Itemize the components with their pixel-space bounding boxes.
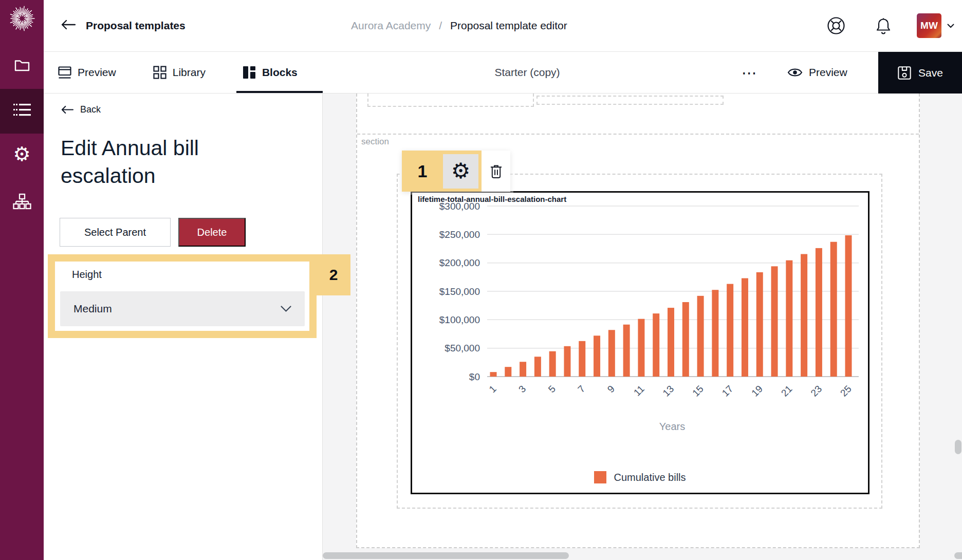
chart-bars (490, 235, 852, 377)
svg-text:$50,000: $50,000 (445, 343, 480, 353)
tab-label: Blocks (262, 66, 298, 79)
svg-text:23: 23 (808, 383, 824, 399)
svg-text:$200,000: $200,000 (439, 257, 480, 268)
tab-blocks[interactable]: Blocks (243, 66, 298, 79)
chevron-down-icon (281, 306, 291, 312)
preview-window-icon (58, 66, 71, 79)
save-floppy-icon (897, 66, 912, 80)
tab-library[interactable]: Library (153, 66, 206, 79)
callout-step-2-badge: 2 (317, 254, 350, 295)
list-blocks-icon (13, 103, 31, 119)
sitemap-icon (13, 194, 31, 212)
svg-text:15: 15 (690, 383, 706, 399)
block-delete-button[interactable] (482, 151, 510, 192)
chevron-down-icon (947, 24, 954, 28)
horizontal-scrollbar[interactable] (323, 552, 569, 559)
overflow-menu-button[interactable]: ⋯ (737, 52, 761, 93)
trash-icon (490, 164, 503, 179)
block-outline-top-left[interactable] (367, 94, 534, 107)
tab-preview[interactable]: Preview (58, 66, 116, 79)
svg-text:11: 11 (632, 383, 646, 398)
back-button[interactable] (61, 20, 76, 32)
breadcrumb-org: Aurora Academy (351, 20, 431, 32)
x-axis-title: Years (659, 421, 685, 432)
eye-icon (787, 67, 803, 78)
top-header: Proposal templates Aurora Academy / Prop… (44, 0, 962, 52)
delete-button[interactable]: Delete (178, 218, 246, 247)
height-select[interactable]: Medium (60, 291, 305, 326)
svg-text:25: 25 (838, 383, 854, 399)
preview-button[interactable]: Preview (787, 52, 847, 93)
cumulative-bills-bar-chart: $0$50,000$100,000$150,000$200,000$250,00… (412, 193, 868, 493)
avatar: MW (917, 13, 941, 38)
block-outline-top-right[interactable] (536, 96, 724, 105)
svg-text:$0: $0 (469, 371, 480, 382)
svg-text:9: 9 (605, 383, 617, 395)
tab-label: Preview (78, 66, 116, 79)
legend-label: Cumulative bills (614, 472, 686, 483)
svg-text:7: 7 (576, 383, 587, 395)
gear-icon: ⚙ (13, 144, 30, 164)
gear-icon: ⚙ (451, 160, 471, 182)
aurora-logo[interactable] (0, 4, 44, 33)
svg-text:$150,000: $150,000 (439, 286, 480, 297)
preview-button-label: Preview (809, 66, 847, 79)
sidebar-item-settings[interactable]: ⚙ (0, 142, 44, 166)
save-button-label: Save (918, 67, 943, 79)
save-button[interactable]: Save (878, 52, 962, 94)
block-settings-button[interactable]: ⚙ (443, 154, 478, 189)
svg-text:21: 21 (779, 383, 794, 399)
height-field-label: Height (72, 269, 102, 281)
life-ring-icon (827, 16, 845, 35)
left-arrow-icon (61, 20, 76, 30)
sidebar-item-proposal-blocks[interactable] (0, 89, 44, 134)
bell-icon (875, 17, 892, 35)
svg-text:3: 3 (516, 383, 528, 395)
svg-text:1: 1 (487, 383, 498, 395)
sunburst-logo-icon (9, 5, 35, 32)
chart-block[interactable]: lifetime-total-annual-bill-escalation-ch… (411, 191, 869, 494)
block-edit-title: Edit Annual bill escalation (61, 134, 271, 190)
help-button[interactable] (827, 0, 845, 51)
svg-text:17: 17 (720, 383, 735, 399)
tab-label: Library (173, 66, 206, 79)
library-grid-icon (153, 66, 166, 79)
edit-panel: Back Edit Annual bill escalation Select … (44, 94, 323, 560)
svg-text:5: 5 (546, 383, 558, 395)
app-sidebar: ⚙ (0, 0, 44, 560)
folder-icon (14, 59, 30, 73)
height-setting-highlight: Height Medium (48, 254, 317, 338)
section-label: section (361, 137, 389, 147)
chart-legend: Cumulative bills (412, 471, 868, 483)
template-name: Starter (copy) (463, 52, 591, 93)
vertical-scrollbar-thumb[interactable] (955, 440, 961, 454)
svg-text:$250,000: $250,000 (439, 229, 480, 240)
horizontal-scrollbar-right[interactable] (954, 552, 962, 559)
svg-text:13: 13 (661, 383, 676, 399)
editor-canvas: section 1 ⚙ lifetime- (323, 94, 962, 560)
notifications-button[interactable] (875, 0, 892, 51)
callout-step-1-badge: 1 (402, 151, 443, 192)
blocks-icon (243, 66, 256, 79)
legend-swatch (594, 471, 606, 483)
svg-text:$100,000: $100,000 (439, 314, 480, 325)
user-menu[interactable]: MW (917, 0, 941, 51)
panel-back-label: Back (80, 104, 101, 115)
select-parent-button[interactable]: Select Parent (60, 218, 171, 247)
user-menu-chevron[interactable] (947, 0, 954, 51)
sidebar-item-projects[interactable] (0, 53, 44, 78)
svg-text:$300,000: $300,000 (439, 201, 480, 212)
breadcrumb-current: Proposal template editor (450, 20, 567, 32)
active-tab-underline (236, 91, 323, 93)
proposal-template-editor: ⚙ Proposal templates Aurora Academy / Pr… (0, 0, 962, 560)
block-toolbar: 1 ⚙ (402, 151, 510, 192)
breadcrumb-separator: / (439, 20, 442, 32)
panel-back-button[interactable]: Back (61, 104, 101, 115)
sidebar-item-sitemap[interactable] (0, 190, 44, 215)
section-top-border (357, 134, 919, 135)
svg-text:19: 19 (749, 383, 765, 399)
breadcrumb: Aurora Academy / Proposal template edito… (351, 0, 567, 51)
page-title: Proposal templates (86, 20, 186, 32)
chart-y-tick-labels: $0$50,000$100,000$150,000$200,000$250,00… (439, 201, 480, 382)
proposal-page: section 1 ⚙ lifetime- (356, 94, 920, 548)
